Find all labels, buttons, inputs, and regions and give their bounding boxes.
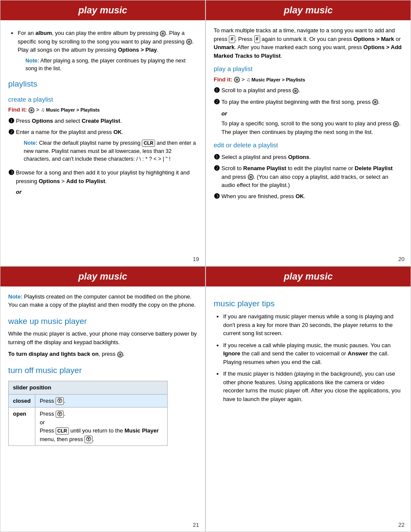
page-number-4: 22 <box>206 519 411 532</box>
turn-on-text: To turn display and lights back on, pres… <box>8 350 197 358</box>
slider-table-head: slider position <box>9 381 168 395</box>
playlists-text: playlists <box>8 79 37 88</box>
tip-2: If you receive a call while playing musi… <box>223 341 403 367</box>
play-step-text-2: To play the entire playlist beginning wi… <box>221 98 403 106</box>
tips-list: If you are navigating music player menus… <box>214 312 403 403</box>
nav-dot-icon-6 <box>372 99 378 105</box>
note-label-2: Note: <box>24 140 37 146</box>
power-icon-2: Ⓨ <box>56 411 64 418</box>
nav-dot-icon-3 <box>28 107 34 113</box>
panel-body-3: Note: Playlists created on the computer … <box>0 286 205 520</box>
panel-header-4: play music <box>206 267 411 286</box>
page-number-3: 21 <box>0 519 205 532</box>
panel-title-2: play music <box>284 5 333 16</box>
step-3: ❸ Browse for a song and then add it to y… <box>8 168 197 185</box>
panel-title-4: play music <box>284 271 333 282</box>
edit-step-3: ❸ When you are finished, press OK. <box>214 192 403 201</box>
panel-body-1: For an album, you can play the entire al… <box>0 20 205 253</box>
page-num-text-4: 22 <box>399 522 405 528</box>
step-text-1: Press Options and select Create Playlist… <box>16 117 197 125</box>
step-num-1: ❶ <box>8 117 16 126</box>
hash-icon-2: # <box>254 35 260 43</box>
play-playlist-title: play a playlist <box>214 64 403 74</box>
slider-closed-row: closed Press Ⓨ. <box>9 394 168 408</box>
step-1: ❶ Press Options and select Create Playli… <box>8 117 197 126</box>
playlists-title: playlists <box>8 78 197 90</box>
play-or-text: To play a specific song, scroll to the s… <box>221 119 403 136</box>
page-number-2: 20 <box>206 253 411 266</box>
panel-top-right: play music To mark multiple tracks at a … <box>206 0 411 266</box>
slider-open-label: open <box>9 408 35 446</box>
page-num-text-1: 19 <box>193 256 199 262</box>
page-num-text-3: 21 <box>193 522 199 528</box>
edit-step-num-2: ❷ <box>214 164 221 173</box>
nav-dot-icon-8 <box>248 174 254 180</box>
wake-text: While the music player is active, your p… <box>8 330 197 346</box>
clr-icon-2: CLR <box>56 427 69 435</box>
power-icon-1: Ⓨ <box>56 397 64 404</box>
step-num-2: ❷ <box>8 128 16 137</box>
step-2: ❷ Enter a name for the playlist and pres… <box>8 128 197 166</box>
panel-title-1: play music <box>78 5 128 16</box>
hash-icon-1: # <box>229 35 235 43</box>
note-block-1: Note: After playing a song, the player c… <box>25 57 197 73</box>
edit-step-num-1: ❶ <box>214 153 221 162</box>
play-step-2: ❷ To play the entire playlist beginning … <box>214 98 403 107</box>
slider-open-row: open Press Ⓨ. or Press CLR until you ret… <box>9 408 168 446</box>
edit-step-text-3: When you are finished, press OK. <box>221 192 403 201</box>
tips-title: music player tips <box>214 298 403 310</box>
find-it-1: Find it: > ♫ Music Player > Playlists <box>8 106 197 114</box>
page-num-text-2: 20 <box>399 256 405 262</box>
page-grid: play music For an album, you can play th… <box>0 0 411 532</box>
clr-icon: CLR <box>142 140 155 147</box>
panel-header-2: play music <box>206 0 411 20</box>
slider-position-header: slider position <box>9 381 168 395</box>
tip-1: If you are navigating music player menus… <box>223 312 403 338</box>
step-num-3: ❸ <box>8 168 16 177</box>
slider-table-body: closed Press Ⓨ. open Press Ⓨ. or Press C… <box>9 394 168 446</box>
note-label-1: Note: <box>25 58 39 64</box>
panel-body-2: To mark multiple tracks at a time, navig… <box>206 20 411 253</box>
panel-title-3: play music <box>78 271 128 282</box>
slider-table-header-row: slider position <box>9 381 168 395</box>
edit-step-1: ❶ Select a playlist and press Options. <box>214 153 403 162</box>
note-block-2: Note: Clear the default playlist name by… <box>24 139 197 163</box>
find-path-2: ♫ Music Player > Playlists <box>246 77 305 82</box>
page-number-1: 19 <box>0 253 205 266</box>
panel-header-3: play music <box>0 267 205 286</box>
play-step-num-2: ❷ <box>214 98 221 107</box>
album-bullet-list: For an album, you can play the entire al… <box>8 29 197 73</box>
note-panel-3: Note: Playlists created on the computer … <box>8 292 197 309</box>
edit-playlist-title: edit or delete a playlist <box>214 140 403 150</box>
find-it-2: Find it: > ♫ Music Player > Playlists <box>214 75 403 84</box>
nav-dot-icon-1 <box>160 31 166 37</box>
edit-step-num-3: ❸ <box>214 192 221 201</box>
wake-title: wake up music player <box>8 315 197 328</box>
or-text-2: or <box>221 109 403 118</box>
play-step-1: ❶ Scroll to a playlist and press . <box>214 86 403 95</box>
step-text-2: Enter a name for the playlist and press … <box>16 128 197 166</box>
edit-step-text-1: Select a playlist and press Options. <box>221 153 403 162</box>
panel-bottom-right: play music music player tips If you are … <box>206 266 411 532</box>
slider-closed-label: closed <box>9 394 35 408</box>
panel-header-1: play music <box>0 0 205 20</box>
edit-step-text-2: Scroll to Rename Playlist to edit the pl… <box>221 164 403 190</box>
slider-table: slider position closed Press Ⓨ. open Pre… <box>8 381 168 446</box>
create-playlist-text: create a playlist <box>8 96 53 103</box>
intro-text: To mark multiple tracks at a time, navig… <box>214 26 403 60</box>
play-step-num-1: ❶ <box>214 86 221 95</box>
step-text-3: Browse for a song and then add it to you… <box>16 168 197 185</box>
nav-dot-icon-2 <box>186 39 192 45</box>
create-playlist-title: create a playlist <box>8 95 197 105</box>
power-icon-3: Ⓨ <box>84 436 93 443</box>
panel-body-4: music player tips If you are navigating … <box>206 286 411 520</box>
panel-bottom-left: play music Note: Playlists created on th… <box>0 266 206 532</box>
turn-off-title: turn off music player <box>8 364 197 377</box>
note-label-3: Note: <box>8 293 22 300</box>
play-playlist-text: play a playlist <box>214 65 252 72</box>
album-bullet-item: For an album, you can play the entire al… <box>18 29 197 73</box>
or-text-1: or <box>16 188 197 196</box>
nav-dot-icon-5 <box>293 88 299 94</box>
find-it-label-1: Find it: <box>8 106 27 113</box>
nav-dot-icon-4 <box>234 77 240 83</box>
